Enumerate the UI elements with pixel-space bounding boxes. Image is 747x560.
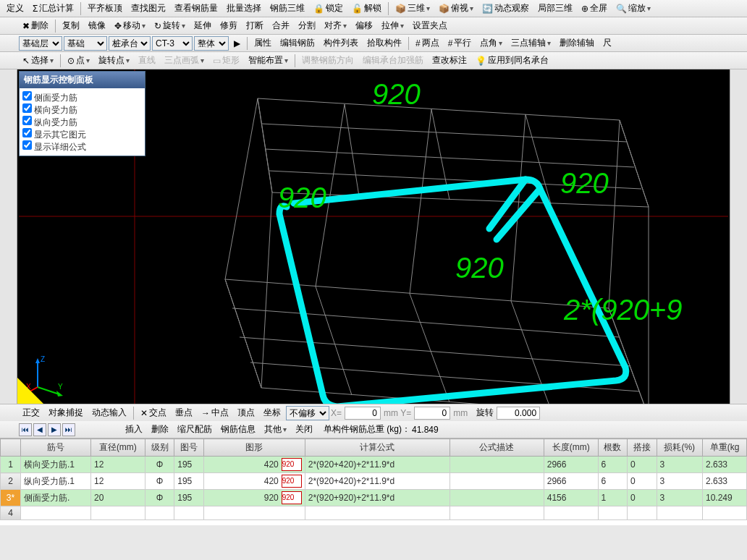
nav-prev[interactable]: ◀: [33, 423, 46, 436]
sel-sub[interactable]: 桩承台: [109, 36, 151, 51]
btn-align-slab[interactable]: 平齐板顶: [84, 0, 126, 17]
btn-parallel[interactable]: #平行: [444, 35, 476, 51]
viewport-3d[interactable]: 钢筋显示控制面板 侧面受力筋 横向受力筋 纵向受力筋 显示其它图元 显示详细公式: [17, 69, 730, 404]
btn-3d[interactable]: 📦三维 ▾: [392, 0, 434, 17]
btn-local-3d[interactable]: 局部三维: [534, 0, 576, 17]
btn-vertex[interactable]: 顶点: [234, 404, 258, 421]
btn-insert-row[interactable]: 插入: [122, 421, 146, 438]
btn-batch-select[interactable]: 批量选择: [223, 0, 265, 17]
rebar-grid[interactable]: 筋号 直径(mm) 级别 图号 图形 计算公式 公式描述 长度(mm) 根数 搭…: [0, 438, 747, 520]
btn-ruler[interactable]: 尺: [599, 35, 615, 51]
btn-props[interactable]: 属性: [250, 35, 275, 51]
coord-rot[interactable]: 0.000: [497, 407, 540, 420]
btn-arc[interactable]: 三点画弧 ▾: [161, 52, 208, 69]
btn-perp[interactable]: 垂点: [172, 404, 196, 421]
btn-check-label[interactable]: 查改标注: [429, 52, 470, 69]
btn-mirror[interactable]: 镜像: [85, 17, 109, 34]
btn-trim[interactable]: 修剪: [216, 17, 241, 34]
opt-side[interactable]: 侧面受力筋: [22, 91, 142, 103]
btn-inter[interactable]: ✕交点: [137, 404, 170, 421]
btn-2pt[interactable]: #两点: [412, 35, 443, 51]
btn-zoom[interactable]: 🔍缩放 ▾: [612, 0, 654, 17]
btn-other[interactable]: 其他 ▾: [261, 421, 290, 438]
btn-split[interactable]: 分割: [295, 17, 319, 34]
table-row[interactable]: 3* 侧面受力筋.20Φ195 9209202*(920+920)+2*11.9…: [1, 490, 747, 506]
btn-move[interactable]: ✥移动 ▾: [111, 17, 149, 34]
btn-apply-same[interactable]: 💡应用到同名承台: [472, 52, 552, 69]
btn-break[interactable]: 打断: [242, 17, 267, 34]
btn-stretch[interactable]: 拉伸 ▾: [378, 17, 408, 34]
col-lvl[interactable]: 级别: [145, 439, 174, 457]
sel-layer[interactable]: 基础层: [19, 36, 62, 51]
nav-last[interactable]: ⏭: [62, 423, 75, 436]
btn-go[interactable]: ▶: [230, 36, 244, 51]
btn-fullscreen[interactable]: ⊕全屏: [578, 0, 611, 17]
btn-scale-rebar[interactable]: 缩尺配筋: [174, 421, 216, 438]
btn-grip[interactable]: 设置夹点: [409, 17, 451, 34]
opt-horiz[interactable]: 横向受力筋: [22, 103, 142, 116]
col-lap[interactable]: 搭接: [628, 439, 657, 457]
btn-sum[interactable]: Σ 汇总计算: [29, 0, 77, 17]
btn-edit-rebar[interactable]: 编辑钢筋: [277, 35, 318, 51]
col-cnt[interactable]: 根数: [598, 439, 627, 457]
table-row[interactable]: 2 纵向受力筋.112Φ195 4209202*(920+420)+2*11.9…: [1, 473, 747, 490]
table-row[interactable]: 4: [1, 506, 747, 520]
btn-rect[interactable]: ▭ 矩形: [209, 52, 243, 69]
btn-ptang[interactable]: 点角 ▾: [476, 35, 506, 51]
btn-find[interactable]: 查找图元: [127, 0, 169, 17]
btn-edit-cap[interactable]: 编辑承台加强筋: [359, 52, 427, 69]
btn-delete-row[interactable]: 删除: [148, 421, 172, 438]
sel-offset[interactable]: 不偏移: [286, 406, 329, 420]
btn-coord[interactable]: 坐标: [260, 404, 284, 421]
btn-top-view[interactable]: 📦俯视 ▾: [435, 0, 477, 17]
btn-close[interactable]: 关闭: [292, 421, 316, 438]
btn-copy[interactable]: 复制: [59, 17, 83, 34]
btn-line[interactable]: 直线: [135, 52, 159, 69]
col-code[interactable]: 图号: [174, 439, 203, 457]
btn-dyn[interactable]: 动态输入: [88, 404, 130, 421]
btn-rotate-pt[interactable]: 旋转点 ▾: [95, 52, 133, 69]
nav-next[interactable]: ▶: [48, 423, 61, 436]
btn-adj-dir[interactable]: 调整钢筋方向: [298, 52, 358, 69]
btn-align[interactable]: 对齐 ▾: [321, 17, 350, 34]
sel-code[interactable]: CT-3: [152, 36, 193, 51]
btn-smart[interactable]: 智能布置 ▾: [245, 52, 292, 69]
btn-lock[interactable]: 🔒锁定: [310, 0, 347, 17]
rebar-grid-wrap[interactable]: 筋号 直径(mm) 级别 图号 图形 计算公式 公式描述 长度(mm) 根数 搭…: [0, 438, 747, 525]
btn-rebar-3d[interactable]: 钢筋三维: [266, 0, 308, 17]
btn-rebar-info[interactable]: 钢筋信息: [217, 421, 259, 438]
btn-extend[interactable]: 延伸: [190, 17, 215, 34]
btn-mid[interactable]: →中点: [198, 404, 232, 421]
btn-select[interactable]: ↖ 选择 ▾: [19, 52, 57, 69]
btn-pick[interactable]: 拾取构件: [363, 35, 405, 51]
btn-orbit[interactable]: 🔄动态观察: [478, 0, 533, 17]
coord-y[interactable]: 0: [414, 407, 450, 420]
btn-unlock[interactable]: 🔓解锁: [348, 0, 385, 17]
coord-x[interactable]: 0: [345, 407, 381, 420]
btn-osnap[interactable]: 对象捕捉: [45, 404, 87, 421]
sel-type[interactable]: 基础: [64, 36, 107, 51]
col-desc[interactable]: 公式描述: [450, 439, 544, 457]
col-wt[interactable]: 单重(kg: [702, 439, 746, 457]
col-loss[interactable]: 损耗(%): [657, 439, 702, 457]
btn-point[interactable]: ⊙ 点 ▾: [64, 52, 93, 69]
sel-mode[interactable]: 整体: [194, 36, 229, 51]
btn-offset[interactable]: 偏移: [352, 17, 376, 34]
opt-other[interactable]: 显示其它图元: [22, 128, 142, 140]
btn-3pt-axis[interactable]: 三点辅轴 ▾: [507, 35, 554, 51]
btn-list[interactable]: 构件列表: [320, 35, 362, 51]
btn-view-rebar[interactable]: 查看钢筋量: [171, 0, 221, 17]
opt-detail[interactable]: 显示详细公式: [22, 140, 142, 153]
nav-first[interactable]: ⏮: [19, 423, 32, 436]
rebar-display-panel[interactable]: 钢筋显示控制面板 侧面受力筋 横向受力筋 纵向受力筋 显示其它图元 显示详细公式: [19, 71, 145, 156]
btn-define[interactable]: 定义: [3, 0, 28, 17]
col-formula[interactable]: 计算公式: [305, 439, 450, 457]
opt-vert[interactable]: 纵向受力筋: [22, 116, 142, 128]
col-dia[interactable]: 直径(mm): [90, 439, 145, 457]
col-len[interactable]: 长度(mm): [544, 439, 598, 457]
table-row[interactable]: 1 横向受力筋.112Φ195 4209202*(920+420)+2*11.9…: [1, 457, 747, 473]
btn-delete[interactable]: ✖删除: [19, 17, 52, 34]
col-shape[interactable]: 图形: [203, 439, 305, 457]
col-name[interactable]: 筋号: [21, 439, 91, 457]
btn-del-axis[interactable]: 删除辅轴: [556, 35, 598, 51]
